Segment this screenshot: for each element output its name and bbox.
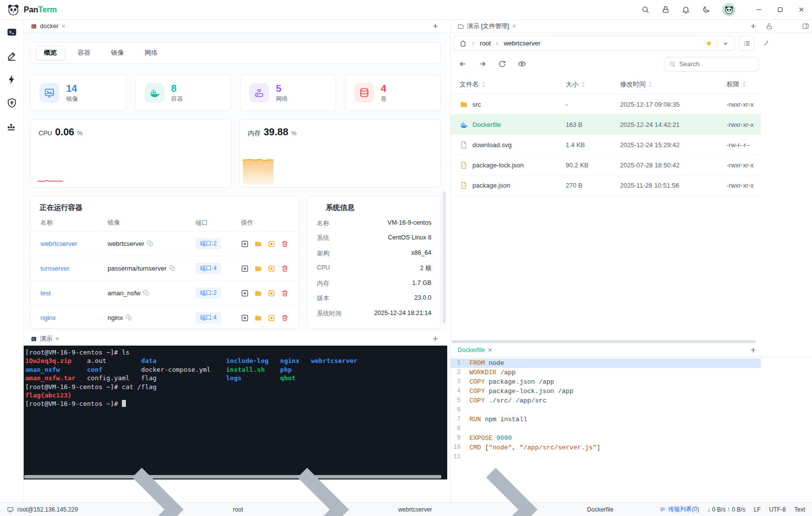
close-tab-icon[interactable]: × [55,335,59,342]
search-box[interactable] [664,57,759,72]
column-header[interactable]: 大小 [566,80,620,89]
column-header[interactable]: 文件名 [460,80,566,89]
copy-icon[interactable] [143,290,150,296]
close-tab-icon[interactable]: × [62,23,66,30]
status-path-item[interactable]: webrtcserver [398,506,432,513]
file-row[interactable]: src-2025-12-17 09:08:35-rwxr-xr-x [451,94,761,115]
terminal-action-icon[interactable] [241,265,249,273]
stat-label: 卷 [381,95,387,103]
panel-toggle-icon[interactable] [802,23,809,30]
favorite-star-icon[interactable]: ★ [706,40,712,47]
delete-icon[interactable] [281,265,289,273]
minimize-icon[interactable] [755,6,763,13]
sidebar-shield-icon[interactable] [6,98,17,109]
transfer-list-button[interactable]: 传输列表(0) [659,505,699,514]
open-folder-icon[interactable] [254,240,262,248]
maximize-icon[interactable] [776,6,784,13]
sidebar-lightning-icon[interactable] [6,74,17,85]
bell-icon[interactable] [682,5,690,14]
back-icon[interactable] [459,60,467,68]
editor-line[interactable]: 7RUN npm install [451,415,761,424]
container-name-link[interactable]: webrtcserver [40,240,108,247]
dashboard-tab[interactable]: 容器 [69,45,99,60]
breadcrumb-item[interactable]: webrtcserver [503,40,540,47]
add-tab-icon[interactable] [749,22,757,30]
column-header[interactable]: 权限 [727,80,770,89]
editor-line[interactable]: 5COPY ./src/ /app/src [451,396,761,405]
dashboard-tab[interactable]: 镜像 [103,45,132,60]
stop-icon[interactable] [268,265,275,273]
add-terminal-icon[interactable] [431,335,439,343]
file-row[interactable]: package.json270 B2025-11-28 10:51:56-rwx… [451,175,761,196]
moon-icon[interactable] [702,5,710,14]
stop-icon[interactable] [268,289,275,297]
copy-icon[interactable] [169,265,176,272]
dashboard-scrollbar[interactable] [443,191,446,323]
stop-icon[interactable] [268,314,275,322]
home-icon[interactable] [459,40,467,47]
tab-label: Dockerfile [458,347,485,354]
delete-icon[interactable] [281,240,289,248]
editor-line[interactable]: 1FROM node [451,358,761,368]
view-mode-button[interactable] [739,36,754,51]
file-mode-indicator[interactable]: Text [794,506,805,513]
tab-docker[interactable]: docker × [29,20,68,33]
file-row[interactable]: download.svg1.4 KB2025-12-24 15:29:42-rw… [451,135,761,155]
file-row[interactable]: package-lock.json90.2 KB2025-07-28 18:50… [451,155,761,175]
user-avatar[interactable] [722,3,735,16]
line-number: 8 [451,424,465,434]
dashboard-tab[interactable]: 网络 [136,45,166,60]
encoding-indicator[interactable]: UTF-8 [769,506,786,513]
tab-file-manager[interactable]: 演示 [文件管理] × [456,20,518,33]
editor-line[interactable]: 6 [451,405,761,415]
close-icon[interactable] [798,6,805,13]
stop-icon[interactable] [268,240,275,248]
editor-line[interactable]: 8 [451,424,761,434]
delete-icon[interactable] [281,314,289,322]
magic-wand-icon[interactable] [763,40,770,47]
container-name-link[interactable]: nginx [40,314,108,321]
line-ending-indicator[interactable]: LF [754,506,761,513]
delete-icon[interactable] [281,289,289,297]
charts-row: CPU 0.06 % 内存 39.88 % [30,119,441,188]
path-dropdown-icon[interactable] [722,40,730,47]
status-host[interactable]: root@152.136.145.229 [17,506,78,513]
container-name-link[interactable]: test [40,289,108,297]
close-tab-icon[interactable]: × [488,347,492,354]
editor-line[interactable]: 2WORKDIR /app [451,368,761,377]
lock-icon[interactable] [661,5,670,14]
forward-icon[interactable] [478,60,487,68]
path-bar[interactable]: rootwebrtcserver ★ [454,36,735,51]
search-icon[interactable] [641,5,650,14]
open-folder-icon[interactable] [254,289,262,297]
column-header[interactable]: 修改时间 [620,80,727,89]
terminal-action-icon[interactable] [241,314,249,322]
breadcrumb-item[interactable]: root [480,40,491,47]
sidebar-edit-icon[interactable] [6,50,17,61]
copy-icon[interactable] [147,240,154,247]
file-row[interactable]: Dockerfile163 B2025-12-24 14:42:21-rwxr-… [451,115,761,135]
close-tab-icon[interactable]: × [512,23,516,30]
dashboard-tab[interactable]: 概览 [36,45,65,60]
status-path-item[interactable]: Dockerfile [587,506,613,513]
unlock-icon[interactable] [766,23,773,30]
search-input[interactable] [679,60,754,68]
tab-editor-dockerfile[interactable]: Dockerfile × [456,344,494,357]
open-folder-icon[interactable] [254,314,262,322]
refresh-icon[interactable] [498,60,506,68]
add-tab-icon[interactable] [431,22,439,30]
status-path-item[interactable]: root [233,506,243,513]
sidebar-sessions-icon[interactable] [6,27,17,38]
open-folder-icon[interactable] [254,265,262,273]
copy-icon[interactable] [126,315,132,321]
terminal-action-icon[interactable] [241,289,249,297]
editor-line[interactable]: 4COPY package-lock.json /app [451,387,761,396]
sidebar-docker-icon[interactable] [6,121,17,132]
file-table-hscrollbar[interactable] [451,340,812,344]
add-editor-tab-icon[interactable] [749,346,757,354]
editor-line[interactable]: 3COPY package.json /app [451,377,761,387]
tab-terminal[interactable]: 演示 × [29,332,61,345]
container-name-link[interactable]: turnserver [40,265,108,272]
preview-eye-icon[interactable] [518,60,526,68]
terminal-action-icon[interactable] [241,240,249,248]
